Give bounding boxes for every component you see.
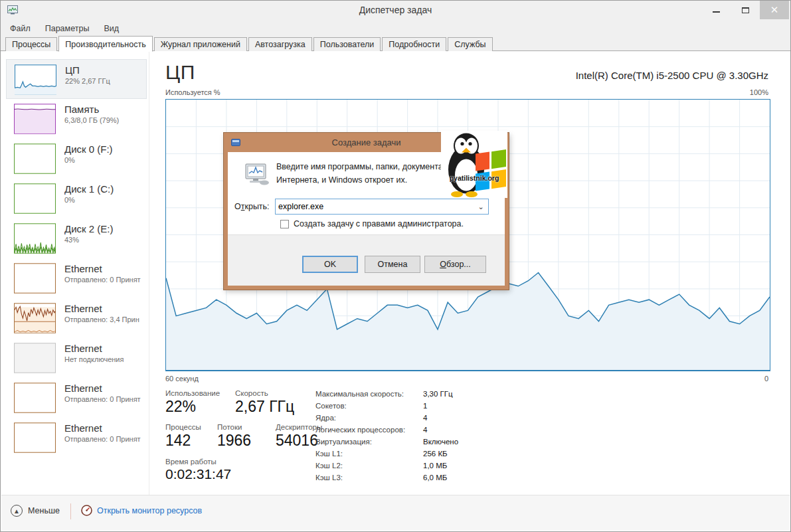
sidebar-disk0-title: Диск 0 (F:) [64,143,113,155]
gauge-icon [81,505,92,516]
stat-speed-label: Скорость [235,389,268,397]
menu-bar: Файл Параметры Вид [1,21,790,36]
chevron-up-icon: ▲ [11,505,23,517]
open-resource-monitor-link[interactable]: Открыть монитор ресурсов [81,505,202,516]
open-input[interactable] [276,199,475,214]
cancel-button[interactable]: Отмена [365,256,420,273]
disk0-mini-chart [14,143,56,174]
tab-startup[interactable]: Автозагрузка [248,37,312,51]
sidebar-ethernet3-subtitle: Нет подключения [64,355,124,363]
run-program-icon [242,163,270,185]
tab-processes[interactable]: Процессы [5,37,57,51]
stat-processes-value: 142 [165,432,191,450]
stat-handles-value: 54016 [276,432,318,450]
detail-logical-processors: Логических процессоров:4 [315,426,405,434]
sidebar-disk1-subtitle: 0% [64,196,114,204]
performance-sidebar: ЦП 22% 2,67 ГГц Память 6,3/8,0 ГБ (79%) [6,59,147,458]
admin-checkbox[interactable] [280,220,289,228]
sidebar-ethernet3-title: Ethernet [64,343,124,354]
dialog-message: Введите имя программы, папки, документа … [276,160,450,187]
sidebar-disk2-subtitle: 43% [64,236,113,244]
detail-cores: Ядра:4 [315,414,336,422]
detail-cache-l1: Кэш L1:256 КБ [315,450,343,458]
memory-mini-chart [14,104,56,134]
cpu-stats: Использование 22% Скорость 2,67 ГГц Проц… [165,386,770,495]
sidebar-ethernet2-title: Ethernet [64,303,139,314]
y-axis-max-label: 100% [750,88,768,96]
sidebar-item-ethernet5[interactable]: Ethernet Отправлено: 0 Принят [6,418,147,458]
fewer-details-button[interactable]: ▲ Меньше [11,505,60,517]
tab-performance[interactable]: Производительность [58,36,152,52]
minimize-button[interactable] [701,1,731,19]
detail-sockets: Сокетов:1 [315,402,347,410]
sidebar-item-cpu[interactable]: ЦП 22% 2,67 ГГц [6,59,147,99]
penguin-windows-logo [441,131,507,198]
sidebar-item-ethernet4[interactable]: Ethernet Отправлено: 0 Принят [6,378,147,418]
sidebar-ethernet1-title: Ethernet [64,263,141,274]
tab-details[interactable]: Подробности [382,37,446,51]
tab-app-history[interactable]: Журнал приложений [154,37,247,51]
stat-speed-value: 2,67 ГГц [235,398,294,416]
stat-processes-label: Процессы [165,423,201,431]
ethernet1-mini-chart [14,263,56,294]
sidebar-memory-subtitle: 6,3/8,0 ГБ (79%) [64,116,119,124]
maximize-button[interactable] [731,1,760,19]
sidebar-disk2-title: Диск 2 (E:) [64,223,113,234]
window-title: Диспетчер задач [1,5,790,15]
sidebar-item-disk1[interactable]: Диск 1 (C:) 0% [6,179,147,219]
sidebar-ethernet5-subtitle: Отправлено: 0 Принят [64,435,141,443]
detail-max-speed: Максимальная скорость:3,30 ГГц [315,390,404,398]
sidebar-item-disk0[interactable]: Диск 0 (F:) 0% [6,139,147,179]
sidebar-item-ethernet2[interactable]: Ethernet Отправлено: 3,4 Прин [6,298,147,338]
stat-uptime-value: 0:02:31:47 [165,466,231,482]
sidebar-ethernet2-subtitle: Отправлено: 3,4 Прин [64,315,139,323]
admin-checkbox-label: Создать задачу с правами администратора. [294,219,464,228]
dialog-footer: OK Отмена Обзор... [228,234,505,286]
sidebar-divider [149,52,149,495]
watermark-text: pyatilistnik.org [441,174,507,182]
sidebar-cpu-subtitle: 22% 2,67 ГГц [65,77,110,85]
open-combobox: ⌄ [275,199,489,215]
sidebar-ethernet1-subtitle: Отправлено: 0 Принят [64,276,141,284]
disk2-mini-chart [14,223,56,254]
tab-services[interactable]: Службы [448,37,492,51]
sidebar-item-memory[interactable]: Память 6,3/8,0 ГБ (79%) [6,99,147,139]
detail-cache-l3: Кэш L3:6,0 МБ [315,474,343,482]
titlebar[interactable]: Диспетчер задач ✕ [1,1,790,21]
sidebar-ethernet5-title: Ethernet [64,422,141,434]
task-manager-window: Диспетчер задач ✕ Файл Параметры Вид Про… [0,0,791,532]
x-axis-right-label: 0 [764,375,768,383]
menu-options[interactable]: Параметры [45,24,90,33]
chevron-down-icon[interactable]: ⌄ [475,200,487,213]
x-axis-left-label: 60 секунд [165,375,199,383]
admin-rights-row: Создать задачу с правами администратора. [280,219,464,228]
footer-divider [70,503,71,519]
detail-virtualization: Виртуализация:Включено [315,438,372,446]
sidebar-item-ethernet1[interactable]: Ethernet Отправлено: 0 Принят [6,258,147,298]
tab-users[interactable]: Пользователи [313,37,381,51]
sidebar-item-disk2[interactable]: Диск 2 (E:) 43% [6,219,147,258]
menu-file[interactable]: Файл [10,24,31,33]
close-button[interactable]: ✕ [760,1,789,19]
y-axis-label: Используется % [165,88,220,96]
ethernet4-mini-chart [14,383,56,413]
browse-button[interactable]: Обзор... [424,256,486,273]
site-watermark: pyatilistnik.org [441,131,507,198]
bottom-bar: ▲ Меньше Открыть монитор ресурсов [1,495,790,531]
ethernet3-mini-chart [14,343,56,373]
ethernet2-mini-chart [14,303,56,333]
cpu-mini-chart [15,64,56,95]
stat-usage-value: 22% [165,398,196,416]
sidebar-ethernet4-title: Ethernet [64,383,141,394]
sidebar-item-ethernet3[interactable]: Ethernet Нет подключения [6,338,147,378]
ethernet5-mini-chart [14,422,56,453]
open-label: Открыть: [234,202,270,211]
stat-threads-label: Потоки [217,423,242,431]
sidebar-disk0-subtitle: 0% [64,156,113,164]
stat-uptime-label: Время работы [165,458,217,466]
disk1-mini-chart [14,183,56,214]
sidebar-memory-title: Память [64,104,119,115]
sidebar-ethernet4-subtitle: Отправлено: 0 Принят [64,395,141,403]
menu-view[interactable]: Вид [104,24,119,33]
ok-button[interactable]: OK [302,256,358,273]
